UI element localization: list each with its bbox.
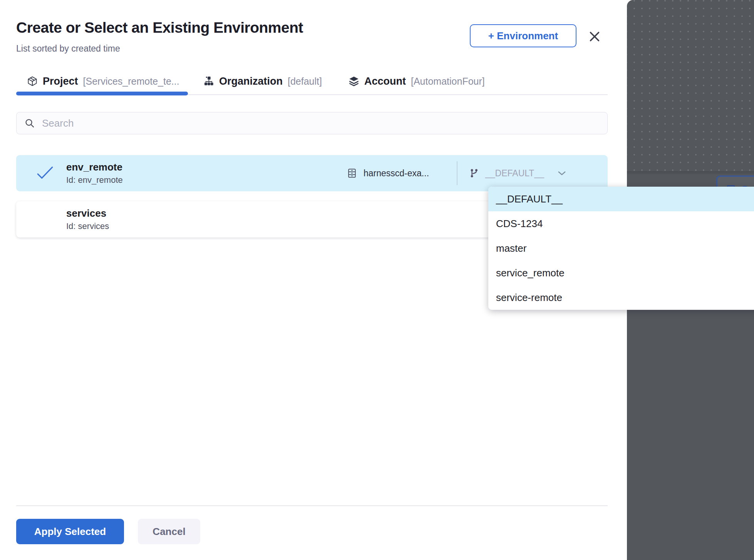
branch-option-default[interactable]: __DEFAULT__ — [488, 187, 754, 211]
close-icon — [588, 30, 602, 43]
branch-option-master[interactable]: master — [488, 236, 754, 261]
repo-group: harnesscd-exa... — [347, 155, 429, 191]
cube-icon — [27, 76, 38, 87]
tab-project-scope: [Services_remote_te... — [83, 76, 179, 87]
tab-project[interactable]: Project [Services_remote_te... — [27, 73, 179, 89]
new-environment-button-label: + Environment — [488, 30, 558, 42]
canvas-dot-grid — [627, 0, 754, 171]
environment-id: Id: services — [66, 221, 109, 231]
branch-select-value: __DEFAULT__ — [485, 168, 551, 179]
git-branch-icon — [469, 168, 479, 178]
environment-id: Id: env_remote — [66, 175, 123, 185]
branch-option-service-underscore-remote[interactable]: service_remote — [488, 261, 754, 285]
search-icon — [24, 118, 35, 129]
repo-name: harnesscd-exa... — [364, 168, 429, 179]
tab-account-label: Account — [364, 75, 406, 87]
tab-account-scope: [AutomationFour] — [411, 76, 485, 87]
apply-selected-label: Apply Selected — [34, 526, 106, 538]
page-subtitle: List sorted by created time — [16, 43, 120, 54]
environment-name: services — [66, 207, 106, 219]
active-tab-underline — [16, 92, 188, 95]
screen: Sav Create or Select an Existing Environ… — [0, 0, 754, 560]
layers-icon — [349, 76, 359, 87]
check-icon — [36, 165, 54, 181]
cancel-button[interactable]: Cancel — [138, 519, 200, 544]
search-box — [16, 112, 608, 134]
apply-selected-button[interactable]: Apply Selected — [16, 519, 124, 544]
tab-project-label: Project — [43, 75, 78, 87]
environment-name: env_remote — [66, 161, 122, 173]
branch-option-service-dash-remote[interactable]: service-remote — [488, 285, 754, 310]
close-button[interactable] — [586, 28, 603, 45]
org-chart-icon — [203, 76, 214, 87]
page-title: Create or Select an Existing Environment — [16, 19, 303, 36]
tab-organization-scope: [default] — [288, 76, 322, 87]
branch-option-cds-1234[interactable]: CDS-1234 — [488, 211, 754, 236]
environment-row-env-remote[interactable]: env_remote Id: env_remote harnesscd-exa.… — [16, 155, 608, 191]
row-divider — [457, 161, 457, 185]
tab-organization[interactable]: Organization [default] — [203, 73, 322, 89]
repository-icon — [347, 167, 357, 179]
cancel-label: Cancel — [152, 526, 185, 538]
footer-divider — [16, 505, 608, 506]
chevron-down-icon — [557, 168, 567, 178]
canvas-edge-shadow — [627, 171, 754, 175]
tab-account[interactable]: Account [AutomationFour] — [349, 73, 485, 89]
branch-dropdown-menu: __DEFAULT__ CDS-1234 master service_remo… — [488, 187, 754, 310]
tab-organization-label: Organization — [219, 75, 283, 87]
search-input[interactable] — [42, 117, 581, 129]
branch-select[interactable]: __DEFAULT__ — [469, 155, 581, 191]
new-environment-button[interactable]: + Environment — [470, 24, 576, 47]
